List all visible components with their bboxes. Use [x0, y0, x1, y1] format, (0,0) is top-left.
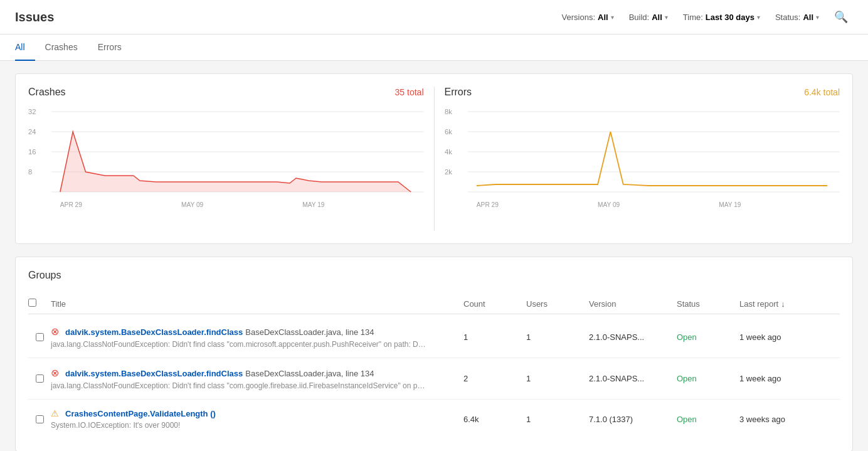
svg-text:32: 32	[28, 108, 36, 115]
users-3: 1	[526, 415, 589, 424]
errors-chart-area: 8k 6k 4k 2k APR 29 MAY 09 MAY 19	[445, 105, 840, 231]
sort-icon: ↓	[781, 299, 785, 309]
table-row: ⊗ dalvik.system.BaseDexClassLoader.findC…	[28, 317, 840, 358]
select-all-checkbox[interactable]	[28, 299, 51, 309]
row-checkbox-3[interactable]	[28, 415, 51, 423]
build-dropdown[interactable]: Build: All ▾	[624, 10, 673, 24]
issue-cell-1: ⊗ dalvik.system.BaseDexClassLoader.findC…	[51, 326, 463, 349]
crashes-chart-svg: 32 24 16 8 APR 29 MAY 09 MAY 19	[28, 105, 424, 212]
svg-text:APR 29: APR 29	[60, 201, 82, 208]
lastreport-3: 3 weeks ago	[739, 415, 840, 424]
status-label: Status:	[775, 13, 800, 22]
col-users: Users	[526, 299, 589, 309]
issue-location-1: BaseDexClassLoader.java, line 134	[245, 327, 374, 337]
row-checkbox-1[interactable]	[28, 333, 51, 341]
count-1: 1	[463, 332, 526, 342]
svg-text:8: 8	[28, 168, 32, 176]
issue-desc-2: java.lang.ClassNotFoundException: Didn't…	[51, 381, 427, 390]
col-count: Count	[463, 299, 526, 309]
errors-chart-svg: 8k 6k 4k 2k APR 29 MAY 09 MAY 19	[445, 105, 840, 212]
search-button[interactable]: 🔍	[829, 8, 853, 26]
version-3: 7.1.0 (1337)	[589, 415, 677, 424]
issue-name-3[interactable]: CrashesContentPage.ValidateLength ()	[65, 409, 216, 418]
versions-dropdown[interactable]: Versions: All ▾	[557, 10, 619, 24]
errors-total: 6.4k total	[804, 87, 840, 97]
status-2: Open	[677, 374, 739, 383]
svg-text:MAY 19: MAY 19	[302, 201, 325, 208]
count-3: 6.4k	[463, 415, 526, 424]
svg-marker-12	[60, 132, 411, 192]
charts-panel: Crashes 35 total 32 24 16 8 APR	[15, 73, 853, 244]
lastreport-2: 1 week ago	[739, 374, 840, 383]
crashes-chart-panel: Crashes 35 total 32 24 16 8 APR	[28, 87, 424, 231]
header-controls: Versions: All ▾ Build: All ▾ Time: Last …	[557, 8, 853, 26]
errors-chart-header: Errors 6.4k total	[445, 87, 840, 98]
issue-desc-1: java.lang.ClassNotFoundException: Didn't…	[51, 340, 427, 349]
col-version: Version	[589, 299, 677, 309]
page-title: Issues	[15, 10, 54, 24]
time-value: Last 30 days	[706, 13, 754, 22]
issue-location-2: BaseDexClassLoader.java, line 134	[245, 369, 374, 378]
tab-crashes[interactable]: Crashes	[35, 34, 88, 61]
groups-section: Groups Title Count Users Version Status …	[15, 257, 853, 451]
row-check-input-1[interactable]	[36, 333, 44, 341]
errors-chart-panel: Errors 6.4k total 8k 6k 4k 2k A	[445, 87, 840, 231]
crash-icon-2: ⊗	[51, 367, 59, 379]
crashes-total: 35 total	[395, 87, 424, 97]
crash-icon-1: ⊗	[51, 326, 59, 337]
time-dropdown[interactable]: Time: Last 30 days ▾	[678, 10, 765, 24]
issue-name-1[interactable]: dalvik.system.BaseDexClassLoader.findCla…	[65, 327, 243, 337]
row-checkbox-2[interactable]	[28, 374, 51, 383]
crashes-chart-area: 32 24 16 8 APR 29 MAY 09 MAY 19	[28, 105, 424, 231]
svg-text:MAY 09: MAY 09	[598, 201, 620, 208]
count-2: 2	[463, 374, 526, 383]
svg-text:MAY 09: MAY 09	[181, 201, 204, 208]
errors-chart-title: Errors	[445, 87, 472, 98]
version-2: 2.1.0-SNAPS...	[589, 374, 677, 383]
version-1: 2.1.0-SNAPS...	[589, 332, 677, 342]
header: Issues Versions: All ▾ Build: All ▾ Time…	[0, 0, 868, 34]
time-label: Time:	[683, 13, 703, 22]
build-chevron-icon: ▾	[665, 14, 668, 21]
col-title: Title	[51, 299, 463, 309]
issue-title-line-1: ⊗ dalvik.system.BaseDexClassLoader.findC…	[51, 326, 463, 337]
svg-text:6k: 6k	[445, 128, 452, 135]
lastreport-1: 1 week ago	[739, 332, 840, 342]
users-1: 1	[526, 332, 589, 342]
versions-value: All	[598, 13, 608, 22]
issue-title-line-3: ⚠ CrashesContentPage.ValidateLength ()	[51, 408, 463, 418]
svg-text:2k: 2k	[445, 168, 452, 176]
svg-text:APR 29: APR 29	[476, 201, 498, 208]
svg-text:MAY 19: MAY 19	[719, 201, 741, 208]
row-check-input-2[interactable]	[36, 374, 44, 383]
col-status: Status	[677, 299, 739, 309]
issue-name-2[interactable]: dalvik.system.BaseDexClassLoader.findCla…	[65, 369, 243, 378]
status-value: All	[803, 13, 813, 22]
tab-all[interactable]: All	[15, 34, 35, 61]
versions-label: Versions:	[562, 13, 595, 22]
tabs-bar: All Crashes Errors	[0, 34, 868, 61]
status-dropdown[interactable]: Status: All ▾	[770, 10, 824, 24]
table-row: ⚠ CrashesContentPage.ValidateLength () S…	[28, 400, 840, 438]
main-content: Crashes 35 total 32 24 16 8 APR	[0, 61, 868, 451]
issue-cell-2: ⊗ dalvik.system.BaseDexClassLoader.findC…	[51, 367, 463, 390]
svg-text:24: 24	[28, 128, 36, 135]
crashes-chart-title: Crashes	[28, 87, 66, 98]
table-header: Title Count Users Version Status Last re…	[28, 294, 840, 314]
groups-title: Groups	[28, 270, 840, 281]
table-row: ⊗ dalvik.system.BaseDexClassLoader.findC…	[28, 358, 840, 400]
status-chevron-icon: ▾	[816, 14, 819, 21]
build-label: Build:	[629, 13, 650, 22]
crashes-chart-header: Crashes 35 total	[28, 87, 424, 98]
versions-chevron-icon: ▾	[611, 14, 614, 21]
col-last-report[interactable]: Last report ↓	[739, 299, 840, 309]
status-1: Open	[677, 332, 739, 342]
tab-errors[interactable]: Errors	[88, 34, 132, 61]
chart-divider	[434, 87, 435, 231]
svg-text:4k: 4k	[445, 148, 452, 156]
select-all-input[interactable]	[28, 299, 36, 307]
issue-title-line-2: ⊗ dalvik.system.BaseDexClassLoader.findC…	[51, 367, 463, 379]
row-check-input-3[interactable]	[36, 415, 44, 423]
build-value: All	[652, 13, 662, 22]
users-2: 1	[526, 374, 589, 383]
